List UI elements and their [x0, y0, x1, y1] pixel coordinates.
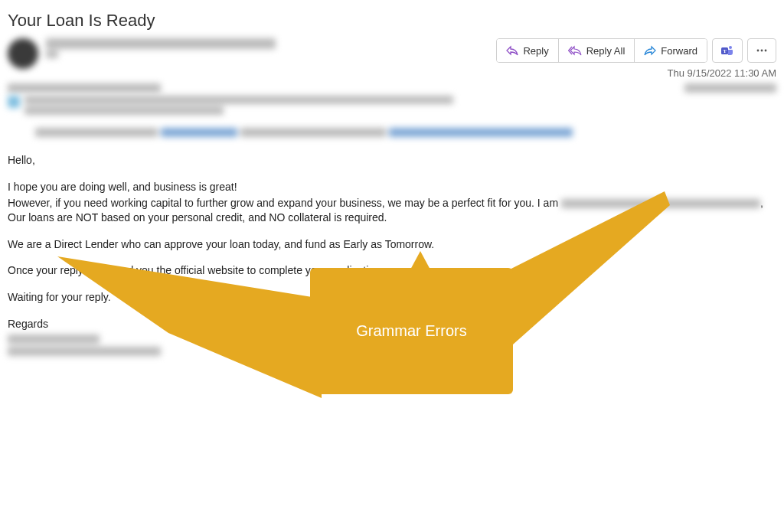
- reply-all-button[interactable]: Reply All: [559, 39, 635, 62]
- email-body: Hello, I hope you are doing well, and bu…: [8, 153, 776, 356]
- svg-point-3: [757, 50, 760, 52]
- svg-point-4: [761, 50, 763, 52]
- name-title-redacted: [561, 199, 760, 208]
- svg-point-5: [765, 50, 767, 52]
- body-line-2: However, if you need working capital to …: [8, 196, 776, 225]
- sender-area: [8, 38, 276, 69]
- external-warning: [35, 127, 776, 139]
- body-line-2a: However, if you need working capital to …: [8, 197, 561, 209]
- email-subject: Your Loan Is Ready: [8, 8, 776, 38]
- timestamp: Thu 9/15/2022 11:30 AM: [668, 67, 776, 79]
- greeting: Hello,: [8, 153, 776, 168]
- reply-label: Reply: [523, 45, 548, 57]
- reply-all-icon: [568, 44, 582, 57]
- expires-redacted: [684, 83, 776, 93]
- svg-point-2: [729, 46, 732, 49]
- reply-all-label: Reply All: [586, 45, 626, 57]
- sender-to-redacted: [46, 51, 58, 58]
- body-line-4: Once your reply I will send you the offi…: [8, 263, 776, 278]
- banner-line-2: [24, 106, 224, 115]
- recipient-redacted: [8, 83, 161, 93]
- info-banner: [8, 96, 776, 115]
- reply-button[interactable]: Reply: [497, 39, 558, 62]
- action-bar: Reply Reply All Forward: [496, 38, 776, 63]
- more-button[interactable]: [747, 38, 776, 63]
- forward-icon: [644, 44, 656, 57]
- signature-redacted: [8, 335, 776, 356]
- banner-line-1: [24, 96, 453, 104]
- avatar: [8, 38, 38, 69]
- reply-icon: [506, 44, 518, 57]
- teams-button[interactable]: T: [712, 38, 743, 63]
- svg-text:T: T: [723, 48, 727, 54]
- teams-icon: T: [720, 44, 734, 57]
- signoff: Regards: [8, 317, 776, 331]
- forward-label: Forward: [661, 45, 697, 57]
- info-icon: [8, 96, 20, 108]
- body-line-1: I hope you are doing well, and business …: [8, 180, 776, 194]
- sender-name-redacted: [46, 38, 276, 49]
- more-icon: [756, 44, 768, 57]
- forward-button[interactable]: Forward: [635, 39, 707, 62]
- body-line-3: We are a Direct Lender who can approve y…: [8, 237, 776, 252]
- body-line-5: Waiting for your reply.: [8, 290, 776, 305]
